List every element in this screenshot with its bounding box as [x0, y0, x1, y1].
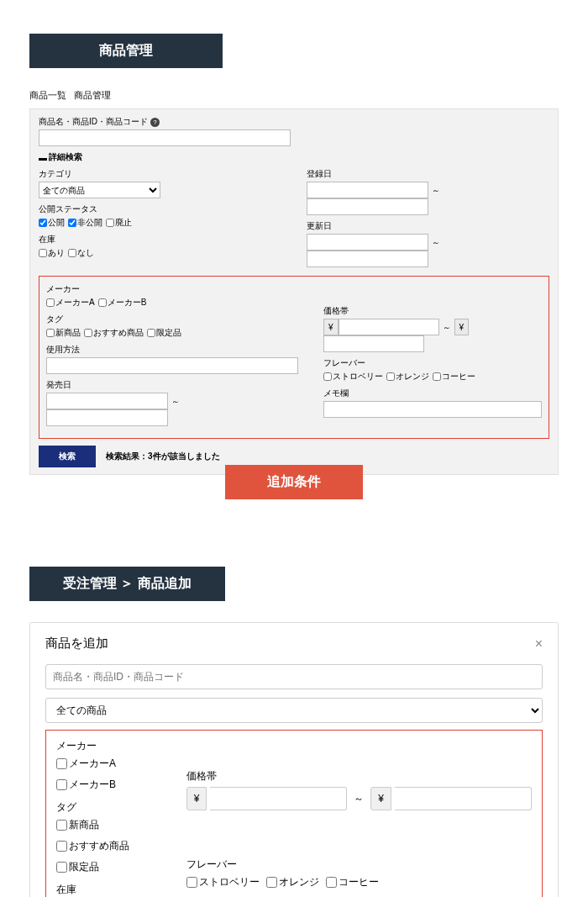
minus-icon: ▬: [39, 153, 47, 162]
additional-conditions-box: メーカー メーカーA メーカーB タグ 新商品 おすすめ商品 限定品: [39, 276, 549, 439]
tag-option[interactable]: 限定品: [56, 860, 99, 874]
help-icon[interactable]: ?: [150, 118, 160, 127]
maker-option[interactable]: メーカーB: [56, 778, 116, 792]
tag-option[interactable]: 新商品: [46, 327, 81, 339]
additional-conditions-badge: 追加条件: [225, 465, 363, 499]
breadcrumb: 商品一覧 商品管理: [29, 89, 559, 102]
breadcrumb-item: 商品管理: [74, 90, 111, 100]
maker-option[interactable]: メーカーA: [46, 297, 95, 309]
maker-label: メーカー: [56, 739, 161, 753]
product-management-section: 商品管理 商品一覧 商品管理 商品名・商品ID・商品コード ? ▬ 詳細検索 カ…: [0, 0, 588, 516]
release-to[interactable]: [46, 409, 168, 426]
stock-label: 在庫: [39, 234, 281, 245]
section-title: 商品管理: [29, 34, 223, 68]
upddate-to[interactable]: [307, 251, 428, 267]
upddate-from[interactable]: [307, 234, 428, 251]
release-from[interactable]: [46, 393, 168, 409]
flavor-option[interactable]: ストロベリー: [323, 371, 383, 383]
price-to[interactable]: [323, 335, 424, 352]
memo-input[interactable]: [323, 401, 542, 418]
order-add-product-section: 受注管理 ＞ 商品追加 商品を追加 × 全ての商品 メーカー メーカーA メーカ…: [0, 516, 588, 897]
flavor-option[interactable]: コーヒー: [433, 371, 475, 383]
flavor-option[interactable]: オレンジ: [266, 875, 319, 889]
yen-prefix: ¥: [186, 787, 207, 810]
usage-input[interactable]: [46, 357, 298, 374]
flavor-label: フレーバー: [323, 357, 542, 369]
flavor-option[interactable]: ストロベリー: [186, 875, 260, 889]
price-to[interactable]: [395, 787, 532, 810]
search-input[interactable]: [39, 129, 291, 146]
detail-search-toggle[interactable]: ▬ 詳細検索: [39, 151, 549, 163]
upddate-label: 更新日: [307, 220, 549, 232]
yen-prefix: ¥: [323, 319, 339, 335]
close-icon[interactable]: ×: [535, 636, 543, 652]
tag-option[interactable]: 限定品: [147, 327, 181, 339]
memo-label: メモ欄: [323, 388, 542, 399]
additional-conditions-box: メーカー メーカーA メーカーB タグ 新商品 おすすめ商品 限定品: [45, 730, 543, 897]
search-input[interactable]: [45, 664, 543, 689]
stock-label: 在庫: [56, 883, 161, 897]
stock-option[interactable]: なし: [68, 247, 94, 259]
maker-option[interactable]: メーカーB: [98, 297, 147, 309]
search-label: 商品名・商品ID・商品コード ?: [39, 116, 549, 128]
price-from[interactable]: [210, 787, 347, 810]
regdate-to[interactable]: [307, 198, 428, 215]
category-select[interactable]: 全ての商品: [39, 182, 160, 198]
breadcrumb-item[interactable]: 商品一覧: [29, 90, 66, 100]
price-label: 価格帯: [186, 769, 532, 784]
stock-option[interactable]: あり: [39, 247, 65, 259]
status-option[interactable]: 廃止: [106, 217, 132, 229]
tag-option[interactable]: 新商品: [56, 818, 99, 832]
search-panel: 商品名・商品ID・商品コード ? ▬ 詳細検索 カテゴリ 全ての商品 公開ステー…: [29, 108, 559, 475]
maker-label: メーカー: [46, 283, 298, 295]
price-label: 価格帯: [323, 305, 542, 317]
modal-title: 商品を追加: [45, 636, 108, 652]
maker-option[interactable]: メーカーA: [56, 757, 116, 771]
regdate-label: 登録日: [307, 168, 549, 180]
category-select[interactable]: 全ての商品: [45, 698, 543, 723]
status-option[interactable]: 公開: [39, 217, 65, 229]
usage-label: 使用方法: [46, 344, 298, 356]
section-title: 受注管理 ＞ 商品追加: [29, 567, 225, 601]
category-label: カテゴリ: [39, 168, 281, 180]
tag-option[interactable]: おすすめ商品: [56, 839, 129, 853]
tag-option[interactable]: おすすめ商品: [84, 327, 144, 339]
flavor-label: フレーバー: [186, 857, 532, 872]
status-option[interactable]: 非公開: [68, 217, 102, 229]
regdate-from[interactable]: [307, 182, 428, 198]
yen-prefix: ¥: [454, 319, 470, 335]
tag-label: タグ: [56, 800, 161, 815]
price-from[interactable]: [339, 319, 439, 335]
tag-label: タグ: [46, 314, 298, 325]
flavor-option[interactable]: コーヒー: [326, 875, 379, 889]
status-label: 公開ステータス: [39, 203, 281, 215]
flavor-option[interactable]: オレンジ: [386, 371, 429, 383]
add-product-modal: 商品を追加 × 全ての商品 メーカー メーカーA メーカーB タグ: [29, 622, 559, 897]
release-label: 発売日: [46, 379, 298, 391]
yen-prefix: ¥: [370, 787, 391, 810]
